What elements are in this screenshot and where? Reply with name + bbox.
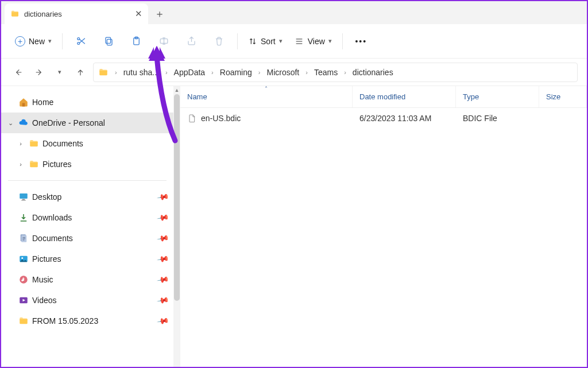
home-icon	[18, 97, 29, 107]
nav-onedrive-pictures[interactable]: › Pictures	[1, 154, 173, 175]
svg-rect-3	[105, 37, 110, 43]
toolbar: + New ▾	[1, 24, 587, 59]
chevron-right-icon[interactable]: ›	[210, 69, 215, 76]
nav-from-folder[interactable]: FROM 15.05.2023 📌	[1, 311, 173, 331]
sort-asc-icon: ˄	[265, 86, 268, 92]
breadcrumb-segment[interactable]: rutu sha...	[121, 67, 161, 78]
chevron-right-icon[interactable]: ›	[16, 140, 25, 147]
nav-label: Downloads	[32, 213, 72, 222]
chevron-right-icon[interactable]: ›	[257, 69, 262, 76]
more-button[interactable]: •••	[349, 30, 374, 52]
breadcrumb-segment[interactable]: AppData	[172, 67, 207, 78]
breadcrumb-segment[interactable]: Microsoft	[264, 67, 301, 78]
column-name[interactable]: ˄ Name	[180, 86, 353, 107]
copy-button[interactable]	[96, 30, 121, 52]
column-headers: ˄ Name Date modified Type Size	[180, 86, 587, 108]
sidebar-scrollbar[interactable]: ▲	[173, 86, 180, 367]
chevron-right-icon[interactable]: ›	[16, 161, 25, 168]
nav-home[interactable]: Home	[1, 92, 173, 113]
chevron-down-icon: ▾	[328, 37, 332, 45]
nav-label: FROM 15.05.2023	[32, 316, 98, 326]
chevron-right-icon[interactable]: ›	[113, 69, 119, 76]
copy-icon	[103, 36, 114, 47]
svg-rect-9	[21, 200, 26, 200]
chevron-right-icon[interactable]: ›	[164, 69, 169, 76]
column-type[interactable]: Type	[456, 86, 539, 107]
sort-icon	[248, 37, 257, 46]
address-bar[interactable]: › rutu sha... › AppData › Roaming › Micr…	[93, 63, 578, 82]
nav-onedrive-documents[interactable]: › Documents	[1, 133, 173, 154]
breadcrumb-segment[interactable]: Roaming	[218, 67, 254, 78]
sidebar-separator	[8, 180, 167, 181]
nav-onedrive[interactable]: ⌄ OneDrive - Personal	[1, 113, 173, 133]
close-tab-icon[interactable]: ✕	[135, 9, 142, 19]
rename-button[interactable]	[151, 30, 176, 52]
tab-title: dictionaries	[24, 10, 62, 18]
tab-strip: dictionaries ✕ ＋	[1, 1, 587, 24]
videos-icon	[18, 295, 29, 305]
pin-icon: 📌	[156, 315, 169, 328]
column-label: Name	[187, 92, 207, 101]
tab-dictionaries[interactable]: dictionaries ✕	[5, 3, 148, 24]
nav-label: Videos	[32, 296, 57, 305]
column-label: Size	[546, 92, 560, 101]
chevron-right-icon[interactable]: ›	[342, 69, 348, 76]
column-size[interactable]: Size	[539, 86, 587, 107]
svg-point-13	[21, 257, 23, 259]
new-button-label: New	[29, 37, 45, 46]
file-type: BDIC File	[456, 114, 539, 123]
pin-icon: 📌	[156, 253, 169, 266]
up-button[interactable]	[72, 64, 88, 80]
pin-icon: 📌	[156, 232, 169, 245]
toolbar-divider	[237, 33, 238, 49]
pictures-icon	[18, 254, 29, 264]
nav-pictures[interactable]: Pictures 📌	[1, 249, 173, 269]
rename-icon	[158, 36, 169, 47]
scissors-icon	[76, 36, 87, 47]
chevron-down-icon[interactable]: ⌄	[6, 119, 15, 127]
file-icon	[187, 114, 196, 123]
cut-button[interactable]	[68, 30, 94, 52]
breadcrumb-segment[interactable]: Teams	[312, 67, 340, 78]
back-button[interactable]	[10, 64, 26, 80]
column-label: Date modified	[359, 92, 405, 101]
documents-icon	[18, 233, 29, 243]
breadcrumb-segment[interactable]: dictionaries	[350, 67, 396, 78]
toolbar-divider	[62, 33, 63, 49]
new-button[interactable]: + New ▾	[10, 30, 56, 52]
recent-locations-button[interactable]: ▾	[52, 64, 68, 80]
nav-music[interactable]: Music 📌	[1, 269, 173, 290]
downloads-icon	[18, 212, 29, 223]
file-row[interactable]: en-US.bdic 6/23/2023 11:03 AM BDIC File	[180, 108, 587, 129]
nav-label: OneDrive - Personal	[32, 118, 105, 127]
new-tab-button[interactable]: ＋	[148, 3, 171, 24]
chevron-right-icon[interactable]: ›	[304, 69, 310, 76]
file-date: 6/23/2023 11:03 AM	[353, 114, 456, 123]
nav-downloads[interactable]: Downloads 📌	[1, 207, 173, 228]
forward-button[interactable]	[31, 64, 47, 80]
delete-button[interactable]	[206, 30, 231, 52]
share-button[interactable]	[179, 30, 204, 52]
body: Home ⌄ OneDrive - Personal › Documents ›	[1, 86, 587, 367]
view-button-label: View	[308, 37, 325, 46]
pin-icon: 📌	[156, 211, 169, 224]
file-name: en-US.bdic	[201, 114, 241, 123]
onedrive-icon	[18, 118, 29, 128]
navigation-pane: Home ⌄ OneDrive - Personal › Documents ›	[1, 86, 173, 367]
nav-documents[interactable]: Documents 📌	[1, 228, 173, 249]
pin-icon: 📌	[156, 273, 169, 286]
folder-icon	[29, 159, 39, 169]
paste-button[interactable]	[123, 30, 149, 52]
nav-videos[interactable]: Videos 📌	[1, 290, 173, 311]
sort-button[interactable]: Sort ▾	[243, 30, 287, 52]
scrollbar-thumb[interactable]	[174, 94, 180, 301]
nav-label: Pictures	[42, 160, 72, 169]
desktop-icon	[18, 192, 29, 202]
nav-label: Home	[32, 98, 53, 107]
scroll-up-icon[interactable]: ▲	[175, 87, 180, 93]
folder-icon	[18, 316, 29, 326]
column-date-modified[interactable]: Date modified	[353, 86, 456, 107]
sort-button-label: Sort	[261, 37, 276, 46]
view-button[interactable]: View ▾	[289, 30, 336, 52]
nav-desktop[interactable]: Desktop 📌	[1, 187, 173, 207]
